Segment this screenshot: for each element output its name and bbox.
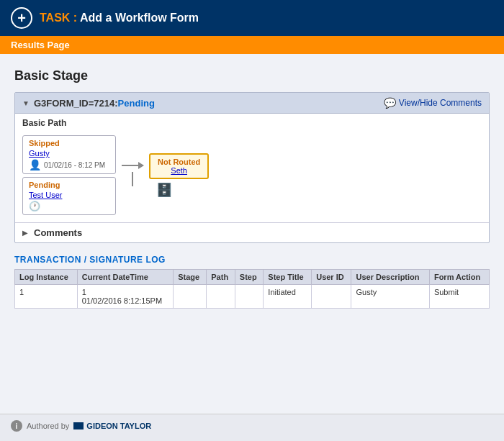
basic-path-label: Basic Path — [15, 114, 489, 131]
not-routed-inbox-area: 🗄️ — [149, 182, 172, 198]
cell-log-instance: 1 — [15, 285, 78, 309]
comments-label: Comments — [34, 227, 82, 238]
cell-current-datetime: 101/02/2016 8:12:15PM — [77, 285, 173, 309]
cell-user-description: Gusty — [351, 285, 429, 309]
comments-expand-icon: ▶ — [22, 229, 28, 237]
pending-title: Pending — [29, 181, 109, 189]
card-header-left: ▼ G3FORM_ID=7214:Pending — [22, 98, 155, 109]
footer: i Authored by GIDEON TAYLOR — [0, 414, 504, 437]
col-user-description: User Description — [351, 270, 429, 285]
not-routed-label: Not Routed — [158, 158, 200, 166]
col-log-instance: Log Instance — [15, 270, 78, 285]
workflow-card-header: ▼ G3FORM_ID=7214:Pending 💬 View/Hide Com… — [15, 93, 489, 114]
workflow-body: Skipped Gusty 👤 01/02/16 - 8:12 PM Pendi… — [15, 131, 489, 222]
cell-stage — [174, 285, 207, 309]
header-icon: + — [11, 7, 32, 29]
skipped-user[interactable]: Gusty — [29, 149, 109, 158]
cell-path — [207, 285, 235, 309]
footer-authored-label: Authored by — [27, 422, 69, 430]
clock-icon: 🕐 — [29, 201, 40, 212]
comment-icon: 💬 — [384, 97, 396, 109]
transaction-section: TRANSACTION / SIGNATURE LOG Log Instance… — [14, 255, 490, 309]
footer-brand-area: GIDEON TAYLOR — [73, 422, 151, 430]
brand-icon — [73, 422, 84, 429]
inbox-icon: 🗄️ — [156, 183, 172, 197]
cell-step — [235, 285, 264, 309]
main-content: Basic Stage ▼ G3FORM_ID=7214:Pending 💬 V… — [0, 54, 504, 414]
section-title: Basic Stage — [14, 68, 490, 83]
col-step-title: Step Title — [264, 270, 312, 285]
view-hide-comments-link[interactable]: 💬 View/Hide Comments — [384, 97, 482, 109]
workflow-card: ▼ G3FORM_ID=7214:Pending 💬 View/Hide Com… — [14, 92, 490, 243]
comments-row[interactable]: ▶ Comments — [15, 222, 489, 242]
user-icon: 👤 — [29, 159, 41, 171]
info-icon: i — [11, 420, 22, 432]
not-routed-box: Not Routed Seth — [149, 153, 209, 179]
task-label: TASK : — [40, 12, 77, 24]
steps-column: Skipped Gusty 👤 01/02/16 - 8:12 PM Pendi… — [22, 135, 116, 215]
cell-form-action: Submit — [429, 285, 489, 309]
arrow-area — [116, 147, 149, 204]
col-form-action: Form Action — [429, 270, 489, 285]
not-routed-section: Not Routed Seth 🗄️ — [149, 153, 209, 198]
not-routed-user[interactable]: Seth — [158, 166, 200, 175]
skipped-time: 01/02/16 - 8:12 PM — [44, 161, 105, 169]
col-current-datetime: Current DateTime — [77, 270, 173, 285]
header-title: TASK : Add a Workflow Form — [40, 12, 199, 24]
col-step: Step — [235, 270, 264, 285]
skipped-title: Skipped — [29, 139, 109, 147]
header-title-text: Add a Workflow Form — [80, 12, 199, 24]
col-path: Path — [207, 270, 235, 285]
subheader: Results Page — [0, 36, 504, 54]
status-badge: Pending — [118, 98, 155, 109]
skipped-timestamp: 👤 01/02/16 - 8:12 PM — [29, 159, 109, 171]
transaction-title: TRANSACTION / SIGNATURE LOG — [14, 255, 490, 265]
cell-user-id — [312, 285, 351, 309]
app-header: + TASK : Add a Workflow Form — [0, 0, 504, 36]
col-stage: Stage — [174, 270, 207, 285]
skipped-step-box: Skipped Gusty 👤 01/02/16 - 8:12 PM — [22, 135, 116, 174]
collapse-arrow-icon[interactable]: ▼ — [22, 99, 30, 107]
view-hide-comments-label: View/Hide Comments — [399, 98, 482, 108]
arrow-line — [122, 165, 143, 166]
cell-step-title: Initiated — [264, 285, 312, 309]
pending-clock: 🕐 — [29, 201, 109, 212]
subheader-label: Results Page — [11, 40, 70, 50]
form-id: G3FORM_ID=7214:Pending — [34, 98, 155, 109]
vertical-connector — [132, 172, 133, 186]
table-row: 1 101/02/2016 8:12:15PM Initiated Gusty … — [15, 285, 490, 309]
col-user-id: User ID — [312, 270, 351, 285]
pending-step-box: Pending Test User 🕐 — [22, 177, 116, 215]
transaction-table: Log Instance Current DateTime Stage Path… — [14, 269, 490, 309]
footer-brand-name: GIDEON TAYLOR — [86, 422, 151, 430]
pending-user[interactable]: Test User — [29, 191, 109, 199]
